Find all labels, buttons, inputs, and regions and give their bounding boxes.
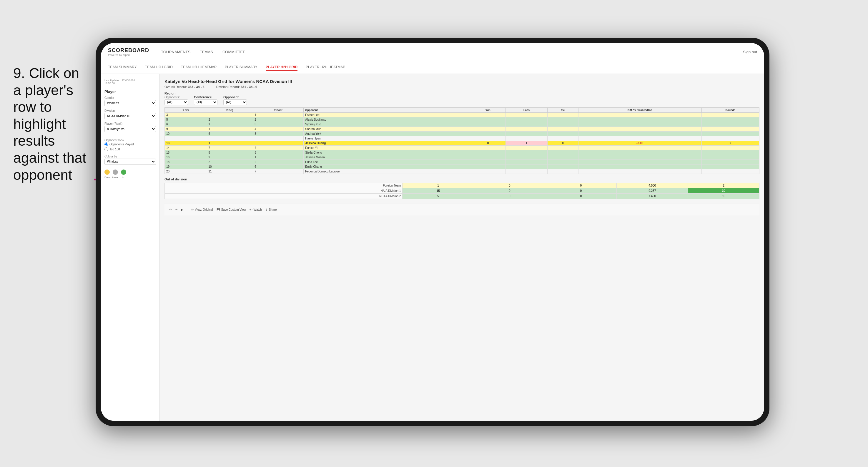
out-of-division-title: Out of division [164,178,760,181]
nav-committee[interactable]: COMMITTEE [222,49,245,55]
view-original-button[interactable]: 👁 View: Original [191,208,213,211]
last-updated: Last Updated: 27/03/2024 16:55:38 [104,79,156,85]
tab-player-h2h-heatmap[interactable]: PLAYER H2H HEATMAP [306,64,345,71]
dot-label-down: Down [104,176,110,179]
top-100-radio[interactable]: Top 100 [104,148,156,151]
dot-label-level: Level [112,176,117,179]
player-rank-label: Player (Rank) [104,122,156,125]
instruction-text: 9. Click on a player's row to highlight … [13,65,90,183]
col-conf: # Conf [253,108,304,113]
dot-level [113,169,118,175]
nav-teams[interactable]: TEAMS [200,49,213,55]
region-filter-label: Region [164,92,188,95]
dot-down [104,169,110,175]
undo-button[interactable]: ↶ [169,208,172,211]
col-win: Win [470,108,506,113]
filters-row: Region Opponents: (All) Conference (All) [164,92,760,105]
division-record: Division Record: 331 - 34 - 6 [216,85,257,89]
tablet-screen: SCOREBOARD Powered by clippd TOURNAMENTS… [101,43,764,421]
conference-filter-group: Conference (All) [194,95,217,105]
col-reg: # Reg [207,108,253,113]
table-row[interactable]: Haeju Hyun [165,136,760,141]
view-icon: 👁 [191,208,194,211]
table-row[interactable]: 19106 Emily Chang [165,164,760,169]
opponent-view-label: Opponent view [104,138,156,142]
out-of-division-section: Out of division Foreign Team 1 0 0 4.500… [164,178,760,199]
list-item[interactable]: NAIA Division 1 15 0 0 9.267 30 [165,188,760,194]
share-button[interactable]: ⇧ Share [266,208,277,211]
watch-icon: 👁 [249,208,252,211]
table-row[interactable]: 914 Sharon Mun [165,127,760,131]
tab-team-h2h-grid[interactable]: TEAM H2H GRID [145,64,173,71]
colour-section: Colour by Win/loss Down Level Up [104,155,156,179]
conference-filter-label: Conference [194,95,217,99]
table-row[interactable]: 613 Sydney Kuo [165,122,760,127]
dot-label-up: Up [120,176,125,179]
region-select[interactable]: (All) [164,99,188,105]
dot-labels: Down Level Up [104,176,156,179]
logo-text: SCOREBOARD [108,48,149,54]
tab-team-h2h-heatmap[interactable]: TEAM H2H HEATMAP [181,64,217,71]
out-of-division-table: Foreign Team 1 0 0 4.500 2 NAIA Division… [164,183,760,199]
nav-bar: SCOREBOARD Powered by clippd TOURNAMENTS… [101,43,764,61]
player-section-title: Player [104,89,156,94]
col-opponent: Opponent [304,108,470,113]
table-row-selected[interactable]: 131 Jessica Huang 0 1 0 -3.00 2 [165,141,760,146]
dot-up [121,169,126,175]
logo-area: SCOREBOARD Powered by clippd [108,48,149,57]
save-custom-button[interactable]: 💾 Save Custom View [217,208,246,211]
gender-label: Gender [104,96,156,99]
player-rank-select[interactable]: 8. Katelyn Vo [104,126,156,132]
table-row[interactable]: 522 Alexis Sudjianto [165,117,760,122]
watch-button[interactable]: 👁 Watch [249,208,262,211]
table-row[interactable]: 1063 Andrea York [165,131,760,136]
grid-title: Katelyn Vo Head-to-Head Grid for Women's… [164,79,760,84]
opponent-view-section: Opponent view Opponents Played Top 100 [104,138,156,151]
save-icon: 💾 [217,208,220,211]
region-filter-group: Region Opponents: (All) [164,92,188,105]
colour-by-select[interactable]: Win/loss [104,159,156,165]
opponent-select[interactable]: (All) [223,99,247,105]
table-row[interactable]: 20117 Federica Domecq Lacroze [165,169,760,174]
main-content: Last Updated: 27/03/2024 16:55:38 Player… [101,74,764,421]
logo-sub: Powered by clippd [108,54,149,57]
opponents-played-radio[interactable]: Opponents Played [104,143,156,146]
list-item[interactable]: Foreign Team 1 0 0 4.500 2 [165,183,760,188]
table-row[interactable]: 31 Esther Lee [165,113,760,117]
opponent-filter-group: Opponent (All) [223,95,247,105]
list-item[interactable]: NCAA Division 2 5 0 0 7.400 10 [165,194,760,199]
sub-nav: TEAM SUMMARY TEAM H2H GRID TEAM H2H HEAT… [101,61,764,74]
redo-button[interactable]: ↷ [175,208,178,211]
opponents-filter-label: Opponents: [164,96,188,99]
right-content: Katelyn Vo Head-to-Head Grid for Women's… [160,74,764,421]
col-tie: Tie [547,108,578,113]
division-select[interactable]: NCAA Division III [104,113,156,119]
table-row[interactable]: 1585 Stella Cheng [165,150,760,155]
col-loss: Loss [506,108,547,113]
colour-by-label: Colour by [104,155,156,158]
tab-player-summary[interactable]: PLAYER SUMMARY [225,64,257,71]
forward-button[interactable]: ▶ [181,208,183,211]
records-row: Overall Record: 353 - 34 - 6 Division Re… [164,85,760,89]
table-row[interactable]: 1691 Jessica Mason [165,155,760,160]
bottom-toolbar: ↶ ↷ ▶ 👁 View: Original 💾 Save Custom Vie… [164,204,760,215]
sign-out-button[interactable]: Sign out [738,50,757,54]
table-row[interactable]: 1474 Eunice Yi [165,146,760,150]
table-row[interactable]: 1822 Euna Lee [165,160,760,164]
nav-tournaments[interactable]: TOURNAMENTS [161,49,190,55]
share-icon: ⇧ [266,208,268,211]
tab-team-summary[interactable]: TEAM SUMMARY [108,64,137,71]
grid-table: # Div # Reg # Conf Opponent Win Loss Tie… [164,107,760,174]
division-label: Division [104,109,156,113]
toolbar-sep-1 [187,207,187,213]
tablet-frame: SCOREBOARD Powered by clippd TOURNAMENTS… [96,38,769,426]
opponent-filter-label: Opponent [223,95,247,99]
overall-record: Overall Record: 353 - 34 - 6 [164,85,205,89]
conference-select[interactable]: (All) [194,99,217,105]
col-rounds: Rounds [702,108,759,113]
tab-player-h2h-grid[interactable]: PLAYER H2H GRID [266,64,298,71]
gender-select[interactable]: Women's [104,100,156,106]
left-panel: Last Updated: 27/03/2024 16:55:38 Player… [101,74,160,421]
nav-items: TOURNAMENTS TEAMS COMMITTEE [161,49,738,55]
colour-dots [104,169,156,175]
